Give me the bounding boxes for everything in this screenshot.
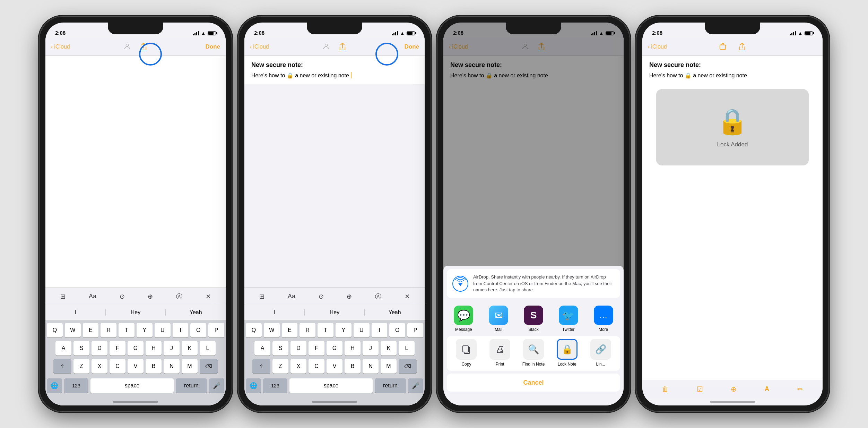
key-l[interactable]: L xyxy=(200,341,216,356)
key-c[interactable]: C xyxy=(110,359,125,374)
key-123[interactable]: 123 xyxy=(64,378,88,393)
key-y-2[interactable]: Y xyxy=(336,323,351,337)
key-space-2[interactable]: space xyxy=(289,378,373,393)
suggestion-yeah-2[interactable]: Yeah xyxy=(365,309,425,316)
close-icon[interactable]: ✕ xyxy=(203,290,214,303)
person-icon-1[interactable] xyxy=(122,41,132,52)
suggestion-hey[interactable]: Hey xyxy=(106,309,166,316)
key-h[interactable]: H xyxy=(146,341,162,356)
key-f[interactable]: F xyxy=(110,341,125,356)
key-b[interactable]: B xyxy=(146,359,162,374)
key-y[interactable]: Y xyxy=(137,323,153,337)
close-icon-2[interactable]: ✕ xyxy=(402,290,413,303)
key-d[interactable]: D xyxy=(92,341,107,356)
key-space[interactable]: space xyxy=(90,378,174,393)
airdrop-section[interactable]: AirDrop. Share instantly with people nea… xyxy=(447,269,620,298)
key-u-2[interactable]: U xyxy=(354,323,370,337)
key-l-2[interactable]: L xyxy=(399,341,415,356)
share-button-4a[interactable] xyxy=(717,41,728,52)
share-app-message[interactable]: 💬 Message xyxy=(451,306,476,332)
action-find[interactable]: 🔍 Find in Note xyxy=(520,339,547,367)
key-j[interactable]: J xyxy=(164,341,180,356)
suggestion-i[interactable]: I xyxy=(45,309,106,316)
key-w[interactable]: W xyxy=(65,323,81,337)
key-shift[interactable]: ⇧ xyxy=(53,359,71,374)
key-x-2[interactable]: X xyxy=(290,359,306,374)
key-s-2[interactable]: S xyxy=(272,341,288,356)
key-s[interactable]: S xyxy=(73,341,89,356)
key-123-2[interactable]: 123 xyxy=(263,378,287,393)
key-n[interactable]: N xyxy=(164,359,180,374)
key-globe-2[interactable]: 🌐 xyxy=(246,378,261,393)
key-o[interactable]: O xyxy=(190,323,206,337)
share-app-more[interactable]: … More xyxy=(591,306,616,332)
key-z[interactable]: Z xyxy=(73,359,89,374)
action-link[interactable]: 🔗 Lin... xyxy=(587,339,615,367)
key-j-2[interactable]: J xyxy=(363,341,379,356)
suggestion-hey-2[interactable]: Hey xyxy=(305,309,365,316)
plus-icon[interactable]: ⊕ xyxy=(145,290,156,303)
check-icon[interactable]: ⊙ xyxy=(117,290,128,303)
key-q-2[interactable]: Q xyxy=(246,323,262,337)
share-app-slack[interactable]: S Slack xyxy=(521,306,546,332)
format-icon[interactable]: Aa xyxy=(86,290,99,303)
nav-done-1[interactable]: Done xyxy=(164,43,220,50)
suggestion-yeah[interactable]: Yeah xyxy=(166,309,226,316)
key-v-2[interactable]: V xyxy=(327,359,342,374)
key-d-2[interactable]: D xyxy=(290,341,306,356)
nav-done-2[interactable]: Done xyxy=(363,43,419,50)
key-globe[interactable]: 🌐 xyxy=(47,378,62,393)
share-button-2[interactable] xyxy=(337,41,348,52)
key-x[interactable]: X xyxy=(92,359,107,374)
person-icon-2[interactable] xyxy=(321,41,331,52)
key-i-2[interactable]: I xyxy=(372,323,388,337)
check-icon[interactable]: ☑ xyxy=(697,385,703,393)
pen-icon[interactable]: Ⓐ xyxy=(173,290,185,303)
key-return-2[interactable]: return xyxy=(375,378,406,393)
share-app-twitter[interactable]: 🐦 Twitter xyxy=(556,306,581,332)
key-v[interactable]: V xyxy=(128,359,144,374)
key-return[interactable]: return xyxy=(176,378,207,393)
edit-icon[interactable]: ✏ xyxy=(797,385,803,393)
key-m[interactable]: M xyxy=(182,359,198,374)
nav-back-4[interactable]: ‹ iCloud xyxy=(648,44,704,50)
key-delete[interactable]: ⌫ xyxy=(200,359,218,374)
key-t-2[interactable]: T xyxy=(318,323,333,337)
key-g[interactable]: G xyxy=(128,341,144,356)
key-f-2[interactable]: F xyxy=(309,341,324,356)
key-r[interactable]: R xyxy=(101,323,116,337)
key-a-2[interactable]: A xyxy=(254,341,270,356)
key-t[interactable]: T xyxy=(119,323,134,337)
key-q[interactable]: Q xyxy=(47,323,63,337)
key-n-2[interactable]: N xyxy=(363,359,379,374)
nav-back-2[interactable]: ‹ iCloud xyxy=(250,44,306,50)
key-e[interactable]: E xyxy=(83,323,99,337)
key-w-2[interactable]: W xyxy=(264,323,280,337)
key-i[interactable]: I xyxy=(173,323,189,337)
table-icon[interactable]: ⊞ xyxy=(58,290,68,303)
key-p-2[interactable]: P xyxy=(407,323,423,337)
add-icon[interactable]: ⊕ xyxy=(731,385,737,393)
key-a[interactable]: A xyxy=(55,341,71,356)
key-g-2[interactable]: G xyxy=(327,341,342,356)
key-z-2[interactable]: Z xyxy=(272,359,288,374)
key-b-2[interactable]: B xyxy=(345,359,361,374)
key-shift-2[interactable]: ⇧ xyxy=(252,359,270,374)
key-k[interactable]: K xyxy=(182,341,198,356)
plus-icon-2[interactable]: ⊕ xyxy=(344,290,355,303)
text-icon[interactable]: A xyxy=(765,385,769,393)
share-app-mail[interactable]: ✉ Mail xyxy=(486,306,511,332)
key-k-2[interactable]: K xyxy=(381,341,397,356)
trash-icon[interactable]: 🗑 xyxy=(662,385,669,393)
key-h-2[interactable]: H xyxy=(345,341,361,356)
key-e-2[interactable]: E xyxy=(282,323,298,337)
check-icon-2[interactable]: ⊙ xyxy=(316,290,327,303)
key-o-2[interactable]: O xyxy=(389,323,405,337)
pen-icon-2[interactable]: Ⓐ xyxy=(372,290,384,303)
share-button-4b[interactable] xyxy=(737,41,748,52)
key-m-2[interactable]: M xyxy=(381,359,397,374)
key-r-2[interactable]: R xyxy=(300,323,315,337)
share-button-1[interactable] xyxy=(138,41,149,52)
key-mic[interactable]: 🎤 xyxy=(209,378,224,393)
action-lock[interactable]: 🔒 Lock Note xyxy=(553,339,581,367)
